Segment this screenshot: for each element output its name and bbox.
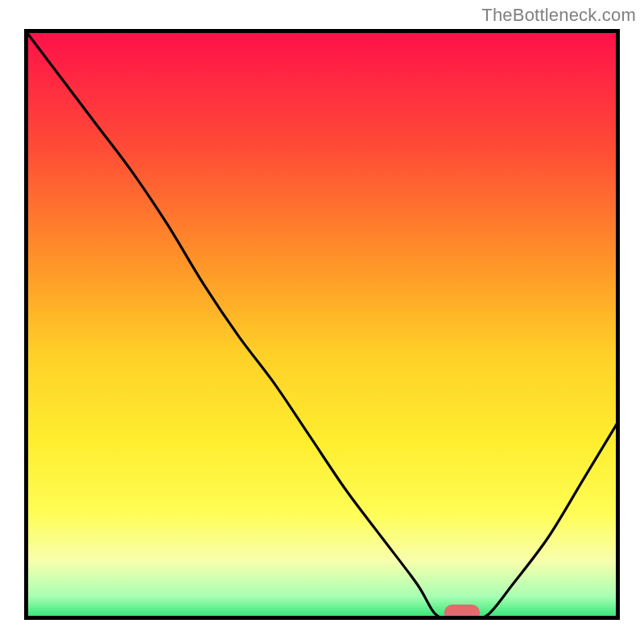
watermark-text: TheBottleneck.com [481,5,636,26]
chart-background [24,29,620,620]
bottleneck-chart [24,29,620,620]
chart-svg [24,29,620,620]
